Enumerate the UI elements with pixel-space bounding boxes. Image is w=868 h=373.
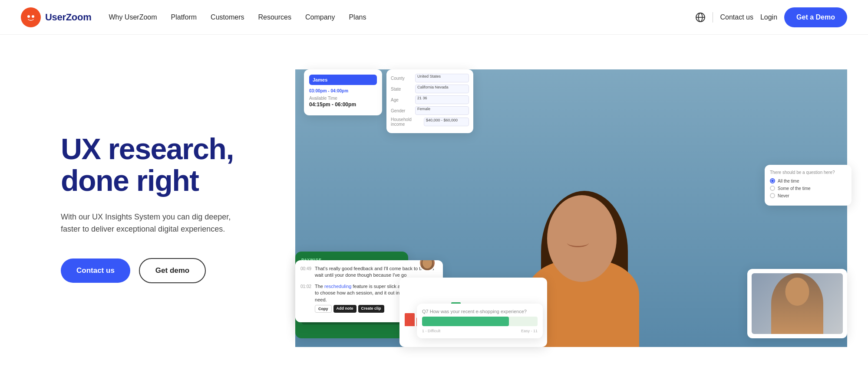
filter-income-value: $40,000 - $60,000 [424, 118, 469, 126]
filter-income-label: Household income [391, 117, 421, 127]
nav-why-userzoom[interactable]: Why UserZoom [109, 13, 157, 21]
filter-gender-row: Gender Female [391, 106, 469, 115]
feedback-person-head [785, 278, 809, 306]
filter-country-row: County United States [391, 74, 469, 82]
survey-option-1: All the time [770, 178, 846, 183]
scheduling-time-range: 03:00pm - 04:00pm [309, 88, 377, 93]
hero-buttons: Contact us Get demo [61, 258, 278, 283]
filter-gender-value: Female [415, 106, 469, 115]
nav-platform[interactable]: Platform [171, 13, 197, 21]
transcript-time-1: 00:49 [300, 265, 311, 271]
chart-bar-0 [405, 313, 415, 326]
nav-plans[interactable]: Plans [349, 13, 366, 21]
filter-income-row: Household income $40,000 - $60,000 [391, 117, 469, 127]
survey-card: There should be a question here? All the… [765, 165, 851, 206]
hero-collage: James 03:00pm - 04:00pm Available Time 0… [295, 69, 847, 347]
filter-age-label: Age [391, 98, 413, 102]
contact-us-button[interactable]: Contact us [61, 258, 130, 283]
nav-contact-link[interactable]: Contact us [720, 13, 753, 21]
survey-opt-label-3: Never [778, 193, 789, 198]
nav-links: Why UserZoom Platform Customers Resource… [109, 13, 695, 21]
transcript-row-1: 00:49 That's really good feedback and I'… [300, 265, 438, 279]
svg-point-2 [32, 15, 34, 18]
logo-icon [21, 7, 41, 27]
experience-scale: 1 - Difficult Easy - 11 [422, 329, 538, 333]
filter-card: County United States State California Ne… [386, 69, 473, 133]
nav-resources[interactable]: Resources [258, 13, 291, 21]
toolbar-note-btn[interactable]: Add note [333, 305, 356, 313]
radio-option-1[interactable] [770, 178, 775, 183]
hero-title: UX research, done right [61, 133, 278, 197]
radio-option-3[interactable] [770, 193, 775, 198]
scheduling-card: James 03:00pm - 04:00pm Available Time 0… [304, 69, 382, 115]
scheduling-available-time: 04:15pm - 06:00pm [309, 101, 377, 108]
experience-card: Q7 How was your recent e-shopping experi… [417, 304, 543, 338]
experience-bar-container [422, 317, 538, 326]
survey-option-2: Some of the time [770, 186, 846, 191]
filter-age-row: Age 21 36 [391, 95, 469, 104]
filter-age-value: 21 36 [415, 95, 469, 104]
hero-section: UX research, done right With our UX Insi… [0, 35, 868, 373]
filter-state-label: State [391, 87, 413, 92]
get-demo-button[interactable]: Get a Demo [784, 7, 847, 27]
radio-inner-1 [771, 180, 774, 182]
survey-opt-label-1: All the time [778, 179, 799, 183]
logo[interactable]: UserZoom [21, 7, 91, 27]
nav-divider [713, 12, 713, 23]
get-demo-button-hero[interactable]: Get demo [139, 258, 206, 283]
experience-bar [422, 317, 509, 326]
radio-option-2[interactable] [770, 186, 775, 191]
scheduling-available-label: Available Time [309, 96, 377, 101]
filter-state-row: State California Nevada [391, 85, 469, 93]
survey-option-3: Never [770, 193, 846, 198]
filter-state-value: California Nevada [415, 85, 469, 93]
navbar: UserZoom Why UserZoom Platform Customers… [0, 0, 868, 35]
survey-opt-label-2: Some of the time [778, 186, 811, 191]
transcript-highlight-1: rescheduling [324, 284, 351, 289]
experience-scale-right: Easy - 11 [521, 329, 538, 333]
filter-gender-label: Gender [391, 108, 413, 113]
logo-text: UserZoom [45, 12, 91, 23]
experience-scale-left: 1 - Difficult [422, 329, 440, 333]
toolbar-copy-btn[interactable]: Copy [315, 305, 332, 313]
svg-point-0 [25, 12, 36, 23]
transcript-text-1: That's really good feedback and I'll com… [315, 265, 438, 279]
filter-country-value: United States [415, 74, 469, 82]
toolbar-clip-btn[interactable]: Create clip [358, 305, 384, 313]
scheduling-name: James [309, 75, 377, 85]
nav-right: Contact us Login Get a Demo [695, 7, 847, 27]
transcript-time-2: 01:02 [300, 283, 311, 289]
nav-customers[interactable]: Customers [211, 13, 244, 21]
nav-login-link[interactable]: Login [760, 13, 777, 21]
language-button[interactable] [695, 12, 706, 23]
filter-country-label: County [391, 76, 413, 81]
hero-content: UX research, done right With our UX Insi… [61, 133, 278, 283]
survey-question: There should be a question here? [770, 170, 846, 175]
nav-company[interactable]: Company [305, 13, 335, 21]
feedback-card [747, 269, 847, 338]
svg-point-1 [27, 15, 30, 18]
experience-question: Q7 How was your recent e-shopping experi… [422, 309, 538, 314]
hero-subtitle: With our UX Insights System you can dig … [61, 211, 248, 236]
feedback-video [752, 273, 843, 334]
